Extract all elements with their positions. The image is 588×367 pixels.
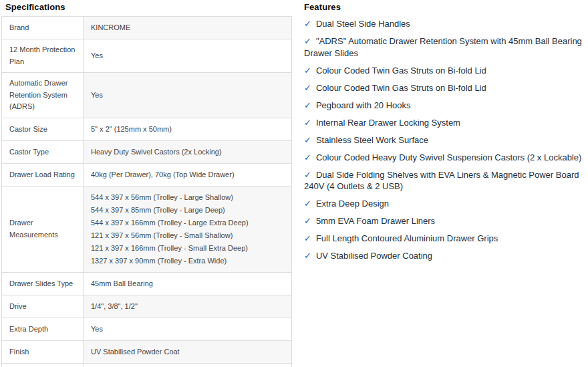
feature-item: ✓Pegboard with 20 Hooks — [304, 100, 586, 112]
check-icon: ✓ — [304, 100, 311, 110]
feature-item: ✓Dual Steel Side Handles — [304, 18, 586, 30]
spec-row: Folding TraysYes — [2, 363, 292, 367]
spec-row: BrandKINCROME — [2, 17, 292, 39]
feature-item: ✓Full Length Contoured Aluminium Drawer … — [304, 233, 586, 245]
product-details-page: Specifications BrandKINCROME12 Month Pro… — [0, 0, 588, 367]
spec-label: Castor Size — [2, 118, 84, 140]
feature-text: Internal Rear Drawer Locking System — [316, 118, 460, 128]
spec-label: Extra Depth — [2, 318, 84, 340]
feature-text: Pegboard with 20 Hooks — [316, 100, 411, 110]
feature-item: ✓Extra Deep Design — [304, 198, 586, 210]
spec-row: Drawer Slides Type45mm Ball Bearing — [2, 272, 292, 295]
feature-text: Colour Coded Heavy Duty Swivel Suspensio… — [316, 152, 581, 162]
feature-item: ✓Stainless Steel Work Surface — [304, 134, 586, 146]
spec-value: 544 x 397 x 56mm (Trolley - Large Shallo… — [84, 186, 292, 272]
spec-value: KINCROME — [84, 17, 292, 39]
feature-text: Dual Steel Side Handles — [316, 19, 410, 29]
spec-value: Yes — [84, 363, 292, 367]
features-section: Features ✓Dual Steel Side Handles✓"ADRS"… — [304, 2, 586, 267]
spec-label: Drive — [2, 295, 84, 318]
spec-row: Drawer Measurements544 x 397 x 56mm (Tro… — [2, 186, 292, 272]
feature-item: ✓Colour Coded Twin Gas Struts on Bi-fold… — [304, 65, 586, 77]
check-icon: ✓ — [304, 36, 311, 46]
feature-text: Dual Side Folding Shelves with EVA Liner… — [304, 170, 579, 192]
spec-value: 1/4", 3/8", 1/2" — [84, 295, 292, 318]
features-list: ✓Dual Steel Side Handles✓"ADRS" Automati… — [304, 18, 586, 262]
spec-value: 5" x 2" (125mm x 50mm) — [84, 118, 292, 140]
spec-label: Folding Trays — [2, 363, 84, 367]
spec-label: Drawer Slides Type — [2, 272, 84, 295]
check-icon: ✓ — [304, 66, 311, 76]
spec-label: Drawer Load Rating — [2, 163, 84, 186]
specifications-section: Specifications BrandKINCROME12 Month Pro… — [1, 2, 293, 367]
feature-item: ✓Internal Rear Drawer Locking System — [304, 117, 586, 129]
check-icon: ✓ — [304, 135, 311, 145]
spec-label: Brand — [2, 17, 84, 39]
features-title: Features — [304, 2, 586, 12]
spec-label: Automatic Drawer Retention System (ADRS) — [2, 73, 84, 118]
spec-value: Yes — [84, 39, 292, 73]
feature-text: "ADRS" Automatic Drawer Retention System… — [304, 36, 582, 58]
feature-text: Stainless Steel Work Surface — [316, 135, 428, 145]
spec-label: Castor Type — [2, 140, 84, 163]
spec-row: Extra DepthYes — [2, 318, 292, 340]
feature-text: Colour Coded Twin Gas Struts on Bi-fold … — [316, 66, 486, 76]
spec-label: 12 Month Protection Plan — [2, 39, 84, 73]
check-icon: ✓ — [304, 199, 311, 209]
spec-row: Castor TypeHeavy Duty Swivel Castors (2x… — [2, 140, 292, 163]
feature-text: Extra Deep Design — [316, 199, 389, 209]
spec-label: Drawer Measurements — [2, 186, 84, 272]
spec-value: Heavy Duty Swivel Castors (2x Locking) — [84, 140, 292, 163]
check-icon: ✓ — [304, 118, 311, 128]
feature-item: ✓Dual Side Folding Shelves with EVA Line… — [304, 169, 586, 193]
spec-value: 40kg (Per Drawer), 70kg (Top Wide Drawer… — [84, 163, 292, 186]
feature-item: ✓5mm EVA Foam Drawer Liners — [304, 215, 586, 227]
check-icon: ✓ — [304, 170, 311, 180]
spec-value: UV Stabilised Powder Coat — [84, 340, 292, 363]
feature-text: UV Stabilised Powder Coating — [316, 251, 432, 261]
check-icon: ✓ — [304, 251, 311, 261]
feature-text: Colour Coded Twin Gas Struts on Bi-fold … — [316, 83, 486, 93]
feature-text: Full Length Contoured Aluminium Drawer G… — [316, 233, 498, 243]
feature-item: ✓Colour Coded Twin Gas Struts on Bi-fold… — [304, 82, 586, 94]
feature-item: ✓"ADRS" Automatic Drawer Retention Syste… — [304, 35, 586, 59]
feature-text: 5mm EVA Foam Drawer Liners — [316, 216, 435, 226]
feature-item: ✓UV Stabilised Powder Coating — [304, 250, 586, 262]
spec-value: Yes — [84, 318, 292, 340]
specifications-table: BrandKINCROME12 Month Protection PlanYes… — [1, 16, 292, 367]
check-icon: ✓ — [304, 233, 311, 243]
spec-value: 45mm Ball Bearing — [84, 272, 292, 295]
spec-label: Finish — [2, 340, 84, 363]
check-icon: ✓ — [304, 83, 311, 93]
check-icon: ✓ — [304, 19, 311, 29]
spec-row: 12 Month Protection PlanYes — [2, 39, 292, 73]
spec-row: Automatic Drawer Retention System (ADRS)… — [2, 73, 292, 118]
spec-row: FinishUV Stabilised Powder Coat — [2, 340, 292, 363]
spec-value: Yes — [84, 73, 292, 118]
check-icon: ✓ — [304, 216, 311, 226]
check-icon: ✓ — [304, 152, 311, 162]
specifications-title: Specifications — [1, 2, 293, 12]
spec-row: Castor Size5" x 2" (125mm x 50mm) — [2, 118, 292, 140]
spec-row: Drawer Load Rating40kg (Per Drawer), 70k… — [2, 163, 292, 186]
feature-item: ✓Colour Coded Heavy Duty Swivel Suspensi… — [304, 152, 586, 164]
spec-row: Drive1/4", 3/8", 1/2" — [2, 295, 292, 318]
